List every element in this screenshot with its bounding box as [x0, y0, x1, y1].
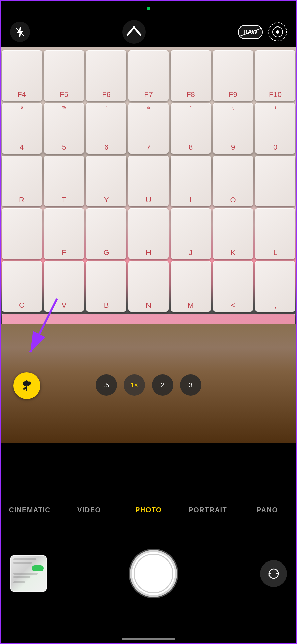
key-8: *8: [171, 103, 211, 154]
photo-thumbnail[interactable]: [10, 555, 47, 592]
zoom-1x-button[interactable]: 1×: [124, 374, 145, 396]
live-dot: [276, 30, 279, 34]
key-k: K: [213, 208, 253, 259]
mode-photo[interactable]: PHOTO: [119, 503, 178, 517]
chevron-up-icon: [122, 20, 146, 44]
zoom-3-label: 3: [189, 381, 192, 389]
flip-camera-button[interactable]: [260, 560, 287, 587]
camera-viewfinder: F4 F5 F6 F7 F8 F9 F10 $4 %5 ^6 &7 *8 (9 …: [0, 47, 297, 443]
zoom-3-button[interactable]: 3: [180, 374, 201, 396]
flash-off-icon: [15, 26, 25, 37]
status-bar: [0, 0, 297, 17]
key-t: T: [44, 156, 84, 206]
key-j: J: [171, 208, 211, 259]
key-u: U: [128, 156, 169, 206]
key-r: R: [2, 156, 42, 206]
zoom-0-5-label: .5: [104, 381, 109, 389]
zoom-1x-label: 1×: [131, 381, 138, 389]
thumb-line-3: [13, 573, 38, 575]
key-row-numbers: $4 %5 ^6 &7 *8 (9 )0: [2, 103, 295, 154]
live-inner-ring: [272, 26, 283, 37]
key-6: ^6: [86, 103, 126, 154]
top-controls-bar: RAW: [0, 17, 297, 47]
key-5: %5: [44, 103, 84, 154]
key-row-rtyuiol: R T Y U I O: [2, 156, 295, 206]
zoom-2-button[interactable]: 2: [152, 374, 173, 396]
thumb-line-4: [13, 576, 30, 578]
thumbnail-content: [11, 556, 46, 591]
key-row-dfghjkl: F G H J K L: [2, 208, 295, 259]
camera-active-indicator: [147, 7, 150, 10]
key-i: I: [171, 156, 211, 206]
bottom-controls: [0, 530, 297, 617]
thumb-line-2: [13, 562, 32, 564]
macro-mode-button[interactable]: [13, 372, 40, 399]
key-c: C: [2, 261, 42, 312]
key-7: &7: [128, 103, 169, 154]
shutter-button[interactable]: [130, 550, 177, 597]
key-9: (9: [213, 103, 253, 154]
key-y: Y: [86, 156, 126, 206]
key-f6: F6: [86, 50, 126, 101]
key-o: O: [213, 156, 253, 206]
key-l-end: L: [255, 208, 295, 259]
key-v: V: [44, 261, 84, 312]
zoom-controls: .5 1× 2 3: [96, 374, 201, 396]
collapse-button[interactable]: [122, 20, 146, 44]
key-l-partial: [255, 156, 295, 206]
key-m: M: [171, 261, 211, 312]
key-g: G: [86, 208, 126, 259]
thumb-toggle: [32, 565, 44, 571]
mode-cinematic[interactable]: CINEMATIC: [0, 503, 59, 517]
flip-camera-icon: [266, 566, 281, 581]
mode-portrait[interactable]: PORTRAIT: [178, 503, 238, 517]
key-row-cvbnm: C V B N M < ,: [2, 261, 295, 312]
key-f: F: [44, 208, 84, 259]
flash-off-button[interactable]: [10, 22, 30, 42]
key-n: N: [128, 261, 169, 312]
key-d-partial: [2, 208, 42, 259]
key-f7: F7: [128, 50, 169, 101]
zoom-2-label: 2: [161, 381, 164, 389]
thumb-line-5: [13, 581, 25, 583]
key-f10: F10: [255, 50, 295, 101]
thumb-line-1: [13, 558, 36, 560]
key-row-fkeys: F4 F5 F6 F7 F8 F9 F10: [2, 50, 295, 101]
mode-pano[interactable]: PANO: [238, 503, 297, 517]
home-indicator: [122, 638, 175, 640]
zoom-0-5-button[interactable]: .5: [96, 374, 117, 396]
key-f5: F5: [44, 50, 84, 101]
shutter-inner-ring: [134, 554, 173, 593]
live-photo-button[interactable]: [268, 22, 287, 41]
key-4: $4: [2, 103, 42, 154]
keys-area: F4 F5 F6 F7 F8 F9 F10 $4 %5 ^6 &7 *8 (9 …: [0, 47, 297, 344]
key-f8: F8: [171, 50, 211, 101]
key-h: H: [128, 208, 169, 259]
mode-video[interactable]: VIDEO: [59, 503, 119, 517]
key-f9: F9: [213, 50, 253, 101]
key-b: B: [86, 261, 126, 312]
key-comma-partial: <: [213, 261, 253, 312]
key-f4: F4: [2, 50, 42, 101]
key-0: )0: [255, 103, 295, 154]
tulip-icon: [19, 378, 34, 393]
key-dot-partial: ,: [255, 261, 295, 312]
raw-toggle-button[interactable]: RAW: [238, 25, 263, 39]
camera-mode-bar: CINEMATIC VIDEO PHOTO PORTRAIT PANO: [0, 496, 297, 523]
